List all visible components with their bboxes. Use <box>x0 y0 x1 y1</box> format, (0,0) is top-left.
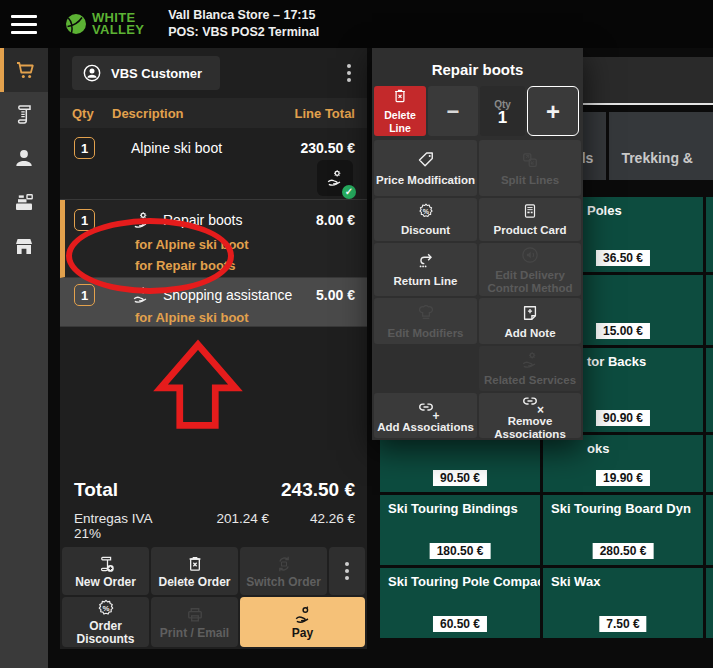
order-actions: New Order Delete Order Switch Order Orde… <box>62 547 365 647</box>
chef-hat-icon <box>416 303 436 323</box>
store-title: Vall Blanca Store – 17:15 <box>168 7 319 24</box>
hamburger-menu-icon[interactable] <box>11 11 37 37</box>
add-note-button[interactable]: Add Note <box>479 298 581 344</box>
popup-title: Repair boots <box>372 48 583 78</box>
qty-badge: 1 <box>74 209 95 231</box>
column-description: Description <box>112 106 295 121</box>
sidebar-item-store[interactable] <box>0 224 48 268</box>
delivery-control-icon <box>520 245 540 265</box>
line-name: Shopping assistance <box>163 287 292 303</box>
product-tile[interactable]: 90.50 € <box>380 435 540 492</box>
related-service-chip[interactable]: ✓ <box>317 160 353 196</box>
price-badge: 90.90 € <box>596 410 650 426</box>
tab-trekking[interactable]: Trekking & <box>609 112 713 180</box>
customer-button[interactable]: VBS Customer <box>72 56 220 90</box>
association-line: for Alpine ski boot <box>135 234 355 255</box>
quantity-increase-button[interactable]: + <box>527 86 579 136</box>
service-hand-gear-icon <box>520 350 540 370</box>
product-tile[interactable]: Ski Touring Bindings 180.50 € <box>380 495 540 565</box>
add-associations-button[interactable]: + Add Associations <box>374 393 477 438</box>
price-modification-button[interactable]: Price Modification <box>374 140 477 196</box>
product-tile[interactable]: Ski Touring Pole Compact 60.50 € <box>380 568 540 638</box>
price-badge: 15.00 € <box>596 323 650 339</box>
trash-icon <box>185 554 205 574</box>
product-tile[interactable]: P <box>706 348 713 432</box>
sidebar <box>0 48 48 668</box>
price-badge: 280.50 € <box>593 543 654 559</box>
qty-badge: 1 <box>74 284 95 306</box>
tax-base: 201.24 € <box>159 511 269 526</box>
service-hand-gear-icon <box>325 168 345 188</box>
sidebar-item-cash-register[interactable] <box>0 180 48 224</box>
quantity-display[interactable]: Qty 1 <box>480 86 525 136</box>
pay-button[interactable]: Pay <box>240 597 365 647</box>
line-total: 8.00 € <box>316 212 355 228</box>
discount-rosette-icon <box>96 598 116 618</box>
order-line-repair-boots[interactable]: 1 Repair boots 8.00 € for Alpine ski boo… <box>60 200 367 278</box>
line-name: Alpine ski boot <box>131 140 167 156</box>
discount-button[interactable]: Discount <box>374 198 477 241</box>
association-line: for Alpine ski boot <box>135 307 355 328</box>
order-columns-header: Qty Description Line Total <box>60 98 367 128</box>
split-lines-icon <box>520 150 540 170</box>
column-qty: Qty <box>72 106 112 121</box>
add-note-icon <box>520 303 540 323</box>
return-line-button[interactable]: Return Line <box>374 243 477 296</box>
more-actions-kebab-icon[interactable] <box>329 547 365 595</box>
remove-associations-button[interactable]: × Remove Associations <box>479 393 581 438</box>
person-icon <box>12 146 36 170</box>
sidebar-item-orders[interactable] <box>0 48 48 92</box>
new-order-icon <box>96 554 116 574</box>
line-actions-popup: Repair boots Delete Line − Qty 1 + Price… <box>372 48 583 440</box>
product-tile[interactable]: S <box>706 435 713 492</box>
product-tile[interactable]: oks 19.90 € <box>543 435 703 492</box>
delete-line-button[interactable]: Delete Line <box>374 86 426 136</box>
service-check-icon: ✓ <box>342 185 356 199</box>
brand-logo: WHITE VALLEY <box>64 12 144 36</box>
price-badge: 60.50 € <box>433 616 487 632</box>
qty-badge: 1 <box>74 137 95 159</box>
switch-order-button[interactable]: Switch Order <box>240 547 327 595</box>
column-line-total: Line Total <box>295 106 355 121</box>
product-tile[interactable]: Ski Touring Board Dyn 280.50 € <box>543 495 703 565</box>
order-menu-kebab-icon[interactable] <box>341 58 357 88</box>
order-panel: VBS Customer Qty Description Line Total … <box>60 48 367 649</box>
total-label: Total <box>74 479 118 501</box>
line-total: 5.00 € <box>316 287 355 303</box>
edit-modifiers-button[interactable]: Edit Modifiers <box>374 298 477 344</box>
service-hand-gear-icon <box>131 210 151 230</box>
cash-register-icon <box>12 190 36 214</box>
top-bar: WHITE VALLEY Vall Blanca Store – 17:15 P… <box>0 0 713 48</box>
related-services-button[interactable]: Related Services <box>479 346 581 391</box>
price-tag-icon <box>416 150 436 170</box>
white-valley-ball-icon <box>64 12 88 36</box>
total-amount: 243.50 € <box>281 479 355 501</box>
price-badge: 7.50 € <box>599 616 646 632</box>
brand-name-bottom: VALLEY <box>92 24 144 36</box>
order-discounts-button[interactable]: Order Discounts <box>62 597 149 647</box>
pos-app: WHITE VALLEY Vall Blanca Store – 17:15 P… <box>0 0 713 668</box>
split-lines-button[interactable]: Split Lines <box>479 140 581 196</box>
line-total: 230.50 € <box>301 140 356 156</box>
price-badge: 36.50 € <box>596 250 650 266</box>
product-tile[interactable]: P <box>706 275 713 345</box>
edit-delivery-control-button[interactable]: Edit Delivery Control Method <box>479 243 581 296</box>
sidebar-item-receipts[interactable] <box>0 92 48 136</box>
tax-amount: 42.26 € <box>269 511 355 526</box>
product-card-button[interactable]: Product Card <box>479 198 581 241</box>
order-line-shopping-assistance[interactable]: 1 Shopping assistance 5.00 € for Alpine … <box>60 278 367 327</box>
new-order-button[interactable]: New Order <box>62 547 149 595</box>
tax-label: Entregas IVA 21% <box>74 511 159 541</box>
product-tile[interactable]: S <box>706 568 713 638</box>
product-tile[interactable]: Ski Wax 7.50 € <box>543 568 703 638</box>
sidebar-item-customers[interactable] <box>0 136 48 180</box>
quantity-decrease-button[interactable]: − <box>428 86 478 136</box>
customer-name: VBS Customer <box>111 66 202 81</box>
order-line-alpine-ski-boot[interactable]: 1 Alpine ski boot 230.50 € ✓ <box>60 128 367 200</box>
print-email-button[interactable]: Print / Email <box>151 597 238 647</box>
product-tile[interactable]: S <box>706 495 713 565</box>
discount-rosette-icon <box>417 202 435 220</box>
delete-order-button[interactable]: Delete Order <box>151 547 238 595</box>
product-tile[interactable]: A <box>706 197 713 272</box>
trash-icon <box>391 87 409 105</box>
